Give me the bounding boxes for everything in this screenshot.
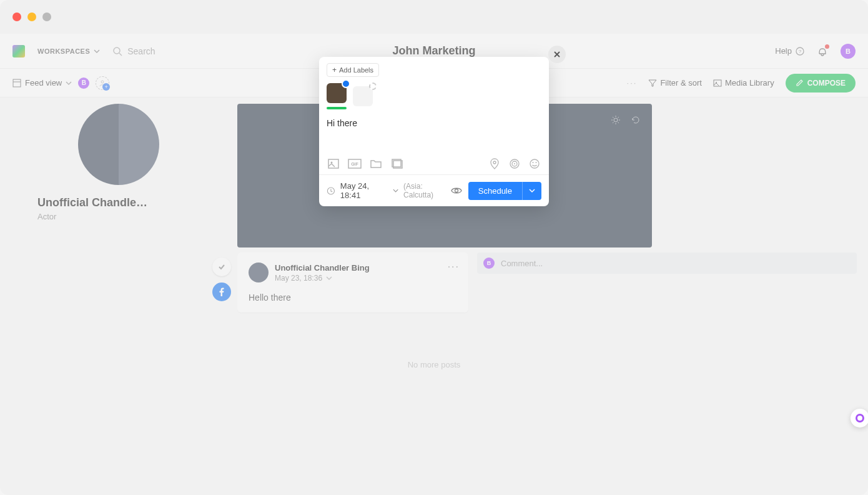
- compose-modal: + Add Labels Hi there: [319, 57, 549, 206]
- svg-point-24: [455, 189, 458, 192]
- add-folder-button[interactable]: [369, 157, 383, 171]
- account-selected-indicator: [327, 107, 347, 109]
- add-account-slot[interactable]: [353, 86, 373, 106]
- add-emoji-button[interactable]: [528, 157, 541, 171]
- add-gallery-button[interactable]: [390, 157, 404, 171]
- window-minimize-button[interactable]: [27, 12, 36, 21]
- modal-close-button[interactable]: [548, 46, 566, 63]
- schedule-date-input[interactable]: May 24, 18:41: [340, 181, 388, 200]
- svg-rect-10: [328, 159, 338, 168]
- window-maximize-button[interactable]: [42, 12, 51, 21]
- gallery-icon: [391, 158, 403, 170]
- svg-point-21: [533, 162, 534, 163]
- svg-point-19: [514, 163, 515, 164]
- gif-icon: GIF: [348, 158, 362, 170]
- emoji-icon: [529, 158, 540, 169]
- schedule-dropdown-button[interactable]: [522, 182, 541, 200]
- location-icon: [489, 158, 500, 169]
- add-labels-button[interactable]: + Add Labels: [327, 63, 379, 77]
- facebook-badge-icon: [342, 79, 350, 88]
- clock-icon: [327, 186, 335, 196]
- add-target-button[interactable]: [508, 157, 521, 171]
- svg-point-16: [493, 161, 496, 164]
- target-icon: [509, 158, 520, 169]
- chevron-down-icon: [529, 188, 535, 194]
- widget-icon: [856, 414, 864, 422]
- compose-text-input[interactable]: Hi there: [327, 118, 541, 148]
- chevron-down-icon[interactable]: [393, 188, 398, 194]
- dashed-circle-icon: [369, 82, 377, 90]
- close-icon: [553, 51, 561, 58]
- add-gif-button[interactable]: GIF: [348, 157, 362, 171]
- plus-icon: +: [332, 66, 337, 74]
- add-location-button[interactable]: [488, 157, 501, 171]
- eye-icon: [451, 185, 462, 196]
- preview-button[interactable]: [451, 185, 462, 196]
- schedule-button[interactable]: Schedule: [468, 182, 522, 200]
- svg-point-20: [530, 159, 539, 168]
- timezone-text: (Asia: Calcutta): [403, 182, 451, 199]
- window-close-button[interactable]: [12, 12, 21, 21]
- image-icon: [327, 158, 340, 170]
- floating-help-widget[interactable]: [851, 409, 868, 428]
- svg-text:GIF: GIF: [351, 162, 358, 166]
- add-image-button[interactable]: [327, 157, 340, 171]
- svg-point-22: [536, 162, 537, 163]
- window-titlebar: [0, 0, 868, 34]
- selected-account-thumb[interactable]: [327, 83, 347, 103]
- add-labels-text: Add Labels: [339, 66, 373, 74]
- folder-icon: [370, 158, 382, 170]
